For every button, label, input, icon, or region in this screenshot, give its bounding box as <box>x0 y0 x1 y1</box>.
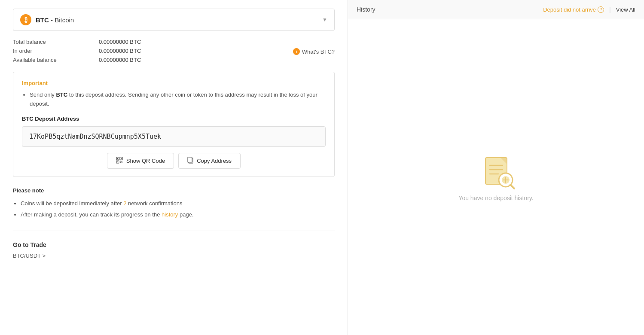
empty-history-icon <box>479 153 513 188</box>
divider <box>13 231 335 231</box>
copy-icon <box>187 157 193 165</box>
svg-line-19 <box>510 185 514 189</box>
whats-btc-link[interactable]: i What's BTC? <box>293 48 335 55</box>
deposit-address-box: 17KoPB5qztNamDnzSQRNBCupmnp5X5Tuek <box>22 126 326 147</box>
note2-post: page. <box>178 211 193 218</box>
svg-rect-3 <box>121 158 122 159</box>
total-balance-row: Total balance 0.00000000 BTC <box>13 39 335 45</box>
important-title: Important <box>22 80 326 86</box>
important-list: Send only BTC to this deposit address. S… <box>22 91 326 109</box>
svg-rect-7 <box>122 161 122 161</box>
show-qr-label: Show QR Code <box>126 158 165 164</box>
svg-rect-10 <box>121 161 122 162</box>
deposit-address-title: BTC Deposit Address <box>22 116 326 122</box>
note-item-1: Coins will be deposited immediately afte… <box>21 198 335 209</box>
go-to-trade-section: Go to Trade BTC/USDT > <box>13 241 335 259</box>
qr-icon <box>116 157 123 165</box>
total-balance-value: 0.00000000 BTC <box>99 39 141 45</box>
in-order-value: 0.00000000 BTC <box>99 48 141 54</box>
right-panel: History Deposit did not arrive ? | View … <box>348 0 644 335</box>
history-title: History <box>357 6 375 13</box>
copy-address-label: Copy Address <box>197 158 232 164</box>
coin-name: BTC - Bitcoin <box>36 16 74 24</box>
coin-selector[interactable]: ₿ BTC - Bitcoin ▼ <box>13 9 335 31</box>
chevron-down-icon: ▼ <box>322 17 327 23</box>
available-balance-label: Available balance <box>13 57 99 63</box>
important-bold: BTC <box>56 91 67 98</box>
coin-selector-left: ₿ BTC - Bitcoin <box>20 14 74 25</box>
info-icon: i <box>293 48 300 55</box>
note2-pre: After making a deposit, you can track it… <box>21 211 162 218</box>
left-panel: ₿ BTC - Bitcoin ▼ Total balance 0.000000… <box>0 0 348 335</box>
btc-icon: ₿ <box>20 14 31 25</box>
deposit-not-arrive-link[interactable]: Deposit did not arrive ? <box>543 6 604 13</box>
svg-rect-9 <box>122 162 122 163</box>
please-note-title: Please note <box>13 187 335 194</box>
view-all-link[interactable]: View All <box>616 6 635 13</box>
note1-pre: Coins will be deposited immediately afte… <box>21 200 123 207</box>
svg-rect-5 <box>117 161 118 162</box>
empty-history-text: You have no deposit history. <box>458 195 533 201</box>
note-item-2: After making a deposit, you can track it… <box>21 209 335 220</box>
show-qr-button[interactable]: Show QR Code <box>107 153 174 169</box>
svg-rect-1 <box>117 158 118 159</box>
go-to-trade-title: Go to Trade <box>13 241 335 248</box>
total-balance-label: Total balance <box>13 39 99 45</box>
question-icon: ? <box>598 6 604 13</box>
svg-rect-8 <box>120 162 121 163</box>
right-header: History Deposit did not arrive ? | View … <box>348 0 644 19</box>
deposit-not-arrive-label: Deposit did not arrive <box>543 6 596 13</box>
available-balance-value: 0.00000000 BTC <box>99 57 141 63</box>
svg-rect-12 <box>188 157 192 162</box>
note1-post: network confirmations <box>126 200 182 207</box>
history-link[interactable]: history <box>162 211 178 218</box>
please-note: Please note Coins will be deposited imme… <box>13 187 335 220</box>
important-box: Important Send only BTC to this deposit … <box>13 72 335 177</box>
note-list: Coins will be deposited immediately afte… <box>13 198 335 220</box>
in-order-row: In order 0.00000000 BTC <box>13 48 335 54</box>
important-list-item: Send only BTC to this deposit address. S… <box>30 91 326 109</box>
right-header-actions: Deposit did not arrive ? | View All <box>543 6 635 13</box>
right-body: You have no deposit history. <box>348 19 644 335</box>
copy-address-button[interactable]: Copy Address <box>178 153 241 169</box>
in-order-label: In order <box>13 48 99 54</box>
separator: | <box>609 6 611 13</box>
balance-info: Total balance 0.00000000 BTC In order 0.… <box>13 39 335 63</box>
svg-rect-6 <box>120 161 121 161</box>
button-row: Show QR Code Copy Address <box>22 153 326 169</box>
available-balance-row: Available balance 0.00000000 BTC i What'… <box>13 57 335 63</box>
whats-btc-label: What's BTC? <box>302 49 335 55</box>
trade-pair-link[interactable]: BTC/USDT > <box>13 253 335 259</box>
